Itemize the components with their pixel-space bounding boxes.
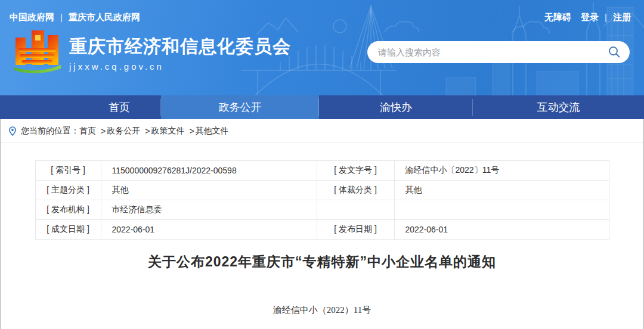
breadcrumb-home[interactable]: 首页 [79,126,96,136]
top-bar-divider: | [60,12,63,22]
meta-value-topic-category: 其他 [101,181,317,200]
page: 中国政府网|重庆市人民政府网 无障碍登录|注册 [0,0,644,329]
site-url: jjxxw.cq.gov.cn [69,61,291,72]
top-bar-right: 无障碍登录|注册 [544,12,631,23]
breadcrumb: 您当前的位置： 首页 > 政务公开 > 政策文件 > 其他文件 [1,119,643,143]
table-row: [ 主题分类 ] 其他 [ 体裁分类 ] 其他 [35,181,609,200]
breadcrumb-other-files[interactable]: 其他文件 [196,126,229,136]
meta-label-genre-category: [ 体裁分类 ] [317,181,394,200]
breadcrumb-separator: > [145,126,150,136]
brand-text: 重庆市经济和信息化委员会 jjxxw.cq.gov.cn [69,36,291,72]
document-meta-table: [ 索引号 ] 1150000009276281J/2022-00598 [ 发… [35,160,609,240]
nav-item-interaction[interactable]: 互动交流 [473,95,644,119]
article-title: 关于公布2022年重庆市“专精特新”中小企业名单的通知 [1,253,643,271]
table-row: [ 索引号 ] 1150000009276281J/2022-00598 [ 发… [35,161,609,181]
top-bar-left: 中国政府网|重庆市人民政府网 [10,12,140,23]
meta-value-index-no: 1150000009276281J/2022-00598 [101,161,317,181]
meta-value-issuing-agency: 市经济信息委 [101,200,317,220]
top-bar: 中国政府网|重庆市人民政府网 无障碍登录|注册 [0,0,644,23]
agency-logo [12,28,63,79]
site-title: 重庆市经济和信息化委员会 [69,36,291,57]
link-china-gov[interactable]: 中国政府网 [10,12,54,22]
breadcrumb-separator: > [101,126,106,136]
meta-value-genre-category: 其他 [394,181,609,200]
link-accessibility[interactable]: 无障碍 [544,12,571,22]
search-button[interactable] [607,45,621,59]
table-row: [ 发布机构 ] 市经济信息委 [35,200,609,220]
meta-value-written-date: 2022-06-01 [101,220,317,240]
breadcrumb-gov-disclosure[interactable]: 政务公开 [107,126,140,136]
site-banner: 中国政府网|重庆市人民政府网 无障碍登录|注册 [0,0,644,95]
meta-label-issuing-agency: [ 发布机构 ] [35,200,101,220]
document-number: 渝经信中小（2022）11号 [1,305,643,316]
table-row: [ 成文日期 ] 2022-06-01 [ 发布日期 ] 2022-06-01 [35,220,609,240]
meta-label-topic-category: [ 主题分类 ] [35,181,101,200]
top-bar-divider2: | [605,12,607,22]
breadcrumb-policy-files[interactable]: 政策文件 [151,126,184,136]
nav-item-gov-disclosure[interactable]: 政务公开 [161,95,319,119]
search-input[interactable] [378,47,607,57]
breadcrumb-separator: > [189,126,194,136]
content-area: 您当前的位置： 首页 > 政务公开 > 政策文件 > 其他文件 [ 索引号 ] … [0,119,644,329]
meta-value-publish-date: 2022-06-01 [394,220,609,240]
meta-value-empty [394,200,609,220]
meta-label-index-no: [ 索引号 ] [35,161,101,181]
brand-row: 重庆市经济和信息化委员会 jjxxw.cq.gov.cn [0,23,644,79]
search-box [367,41,630,63]
location-pin-icon [9,126,16,136]
link-register[interactable]: 注册 [613,12,631,22]
breadcrumb-prefix: 您当前的位置： [21,126,79,136]
meta-label-written-date: [ 成文日期 ] [35,220,101,240]
link-cq-gov[interactable]: 重庆市人民政府网 [69,12,140,22]
nav-item-yukuaiban[interactable]: 渝快办 [319,95,473,119]
link-login[interactable]: 登录 [581,12,599,22]
nav-item-home[interactable]: 首页 [0,95,161,119]
meta-label-empty [317,200,394,220]
meta-value-doc-symbol: 渝经信中小〔2022〕11号 [394,161,609,181]
meta-label-publish-date: [ 发布日期 ] [317,220,394,240]
search-icon [608,45,621,58]
meta-label-doc-symbol: [ 发文字号 ] [317,161,394,181]
main-nav: 首页 政务公开 渝快办 互动交流 [0,95,644,119]
